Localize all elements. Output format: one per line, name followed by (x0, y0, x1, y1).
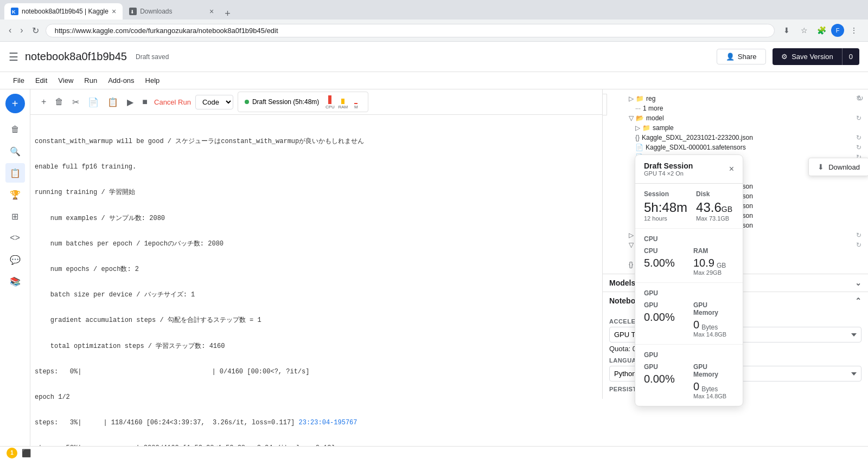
refresh-img-icon[interactable]: ↻ (856, 241, 861, 249)
forward-button[interactable]: › (18, 23, 25, 37)
gpu2-metrics: GPU 0.00% GPU Memory 0 Bytes Max 14.8GB (644, 363, 734, 399)
menu-dots-icon[interactable]: ⋮ (846, 23, 861, 38)
gpu2-memory-metric: GPU Memory 0 Bytes Max 14.8GB (693, 363, 734, 399)
cpu-bar: CPU (324, 94, 335, 109)
save-icon: ⚙ (781, 53, 788, 61)
disk-sub: Max 73.1GB (696, 215, 734, 222)
share-button[interactable]: 👤 Share (717, 49, 766, 64)
save-version-button[interactable]: ⚙ Save Version 0 (773, 48, 859, 65)
menu-view[interactable]: View (54, 74, 78, 87)
models-toggle-icon: ⌄ (855, 279, 861, 287)
trophy-icon[interactable]: 🏆 (5, 185, 25, 204)
refresh-log-icon[interactable]: ↻ (856, 231, 861, 239)
cpu-metrics: CPU 5.00% RAM 10.9 GB Max 29GB (644, 247, 734, 276)
ram-metric-label: RAM (693, 247, 734, 255)
tab-downloads[interactable]: ⬇ Downloads × (123, 3, 220, 20)
gpu1-label: GPU (644, 301, 685, 309)
menu-edit[interactable]: Edit (31, 74, 52, 87)
file-icon-1: 📄 (635, 144, 643, 151)
code-icon[interactable]: <> (5, 228, 25, 248)
folder-icon-reg: 📁 (636, 95, 644, 102)
paste-cell-button[interactable]: 📋 (105, 95, 120, 109)
tree-name-reg: reg (646, 95, 655, 102)
sidebar-collapse-button[interactable]: › (602, 94, 607, 115)
stop-button[interactable]: ■ (140, 95, 150, 109)
notification-badge[interactable]: 1 (7, 448, 17, 458)
menu-addons[interactable]: Add-ons (104, 74, 138, 87)
cell-type-select[interactable]: Code (195, 95, 233, 109)
tab-active[interactable]: K notebook8a0f1b9b45 | Kaggle × (4, 3, 123, 20)
refresh-model-icon[interactable]: ↻ (856, 114, 861, 122)
copy-cell-button[interactable]: 📄 (86, 95, 101, 109)
refresh-button[interactable]: ↻ (30, 23, 41, 38)
url-input[interactable] (46, 24, 775, 37)
popup-close-button[interactable]: × (729, 164, 734, 174)
tab-close-active[interactable]: × (112, 7, 116, 16)
table-icon[interactable]: 📋 (5, 163, 25, 183)
grid-icon[interactable]: ⊞ (5, 206, 25, 226)
draft-session-popup: Draft Session GPU T4 ×2 On × Session 5h:… (635, 154, 743, 406)
terminal-symbol: ⬛ (22, 449, 31, 457)
gpu2-section: GPU GPU 0.00% GPU Memory 0 Bytes (635, 345, 743, 406)
new-tab-button[interactable]: + (220, 8, 235, 20)
menu-help[interactable]: Help (141, 74, 164, 87)
tree-name-reg-more: 1 more (643, 105, 663, 112)
gpu1-section: GPU GPU 0.00% GPU Memory 0 Bytes (635, 283, 743, 345)
main-content: + 🗑 🔍 📋 🏆 ⊞ <> 💬 📚 ⌄ + 🗑 ✂ 📄 📋 ▶ ■ Cance… (0, 89, 868, 459)
hamburger-menu[interactable]: ☰ (9, 50, 18, 63)
extensions-icon[interactable]: 🧩 (814, 23, 829, 38)
download-icon[interactable]: ⬇ (779, 23, 794, 38)
cut-cell-button[interactable]: ✂ (70, 95, 81, 109)
tree-name-safetensors1: Kaggle_SDXL-000001.safetensors (646, 144, 746, 151)
menu-run[interactable]: Run (80, 74, 101, 87)
left-sidebar: + 🗑 🔍 📋 🏆 ⊞ <> 💬 📚 ⌄ (0, 89, 30, 459)
gpu1-mem-sub: Max 14.8GB (693, 331, 734, 338)
popup-header: Draft Session GPU T4 ×2 On × (635, 155, 743, 184)
add-cell-button[interactable]: + (39, 95, 48, 109)
tree-item-safetensors1[interactable]: 📄 Kaggle_SDXL-000001.safetensors ↻ (607, 143, 864, 152)
add-icon[interactable]: + (5, 94, 25, 113)
output-content: constant_with_warmup will be good / スケジュ… (30, 119, 602, 459)
search-sidebar-icon[interactable]: 🔍 (5, 141, 25, 161)
run-button[interactable]: ▶ (125, 95, 136, 109)
tree-item-reg-more[interactable]: ··· 1 more (607, 104, 864, 113)
tree-item-json1[interactable]: {} Kaggle_SDXL_20231021-223200.json ↻ (607, 133, 864, 143)
refresh-st1-icon[interactable]: ↻ (856, 144, 861, 151)
menu-file[interactable]: File (9, 74, 29, 87)
refresh-reg-icon[interactable]: ↻ (856, 95, 861, 102)
tree-item-reg[interactable]: ▷ 📁 reg ↻ (607, 94, 864, 104)
tree-name-model: model (646, 114, 664, 122)
ram-sub: Max 29GB (693, 269, 734, 276)
tree-item-model[interactable]: ▽ 📂 model ↻ (607, 113, 864, 123)
cancel-run-button[interactable]: Cancel Run (154, 98, 191, 106)
book-icon[interactable]: 📚 (5, 271, 25, 291)
download-tooltip[interactable]: ⬇ Download (808, 158, 868, 176)
back-button[interactable]: ‹ (7, 23, 14, 37)
session-metric: Session 5h:48m 12 hours (644, 190, 687, 222)
session-indicator[interactable]: Draft Session (5h:48m) CPU RAM M (238, 92, 368, 112)
json-icon-main: {} (629, 261, 633, 268)
tree-item-sample[interactable]: ▷ 📁 sample (607, 123, 864, 133)
delete-cell-button[interactable]: 🗑 (53, 95, 66, 109)
refresh-json1-icon[interactable]: ↻ (856, 134, 861, 141)
cpu-title: CPU (644, 235, 734, 243)
gpu1-mem-num: 0 (693, 319, 699, 331)
trash-icon[interactable]: 🗑 (5, 120, 25, 139)
comments-icon[interactable]: 💬 (5, 250, 25, 269)
tree-name-sample: sample (653, 124, 674, 132)
chevron-down-icon-img: ▽ (629, 241, 634, 249)
terminal-icon[interactable]: ⬛ (22, 449, 31, 457)
download-icon: ⬇ (818, 163, 824, 171)
kaggle-favicon: K (11, 8, 18, 15)
status-bar: 1 ⬛ (0, 446, 868, 459)
profile-icon[interactable]: F (831, 24, 844, 37)
output-line-6: num epochs / epoch数: 2 (35, 264, 598, 275)
ram-fill (341, 99, 344, 104)
gpu1-memory-metric: GPU Memory 0 Bytes Max 14.8GB (693, 301, 734, 338)
notification-count: 1 (10, 450, 14, 456)
tab-close-downloads[interactable]: × (209, 7, 214, 16)
chevron-right-icon-log: ▷ (629, 231, 634, 239)
bookmark-icon[interactable]: ☆ (796, 23, 812, 38)
gpu2-mem-num: 0 (693, 380, 699, 393)
output-cell: constant_with_warmup will be good / スケジュ… (30, 115, 602, 459)
